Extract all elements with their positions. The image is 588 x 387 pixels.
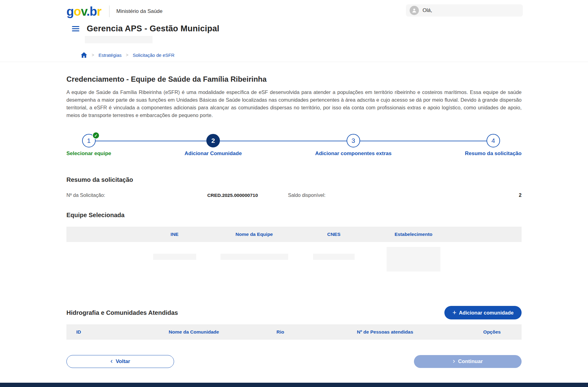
column-header-ine: INE (135, 232, 214, 237)
breadcrumb: > Estratégias > Solicitação de eSFR (81, 52, 522, 58)
divider (109, 6, 109, 17)
chevron-right-icon: > (126, 53, 128, 57)
add-community-button[interactable]: + Adicionar comunidade (444, 306, 522, 319)
column-header-people-served: Nº de Pessoas atendidas (308, 329, 462, 335)
form-actions: ‹ Voltar › Continuar (66, 355, 522, 368)
team-heading: Equipe Selecionada (66, 212, 522, 219)
redacted-subtitle (85, 36, 153, 43)
page-description: A equipe de Saúde da Família Ribeirinha … (66, 88, 522, 119)
continue-label: Continuar (458, 358, 483, 365)
logo-segment: o (74, 5, 81, 18)
breadcrumb-link-estrategias[interactable]: Estratégias (98, 53, 121, 58)
communities-heading: Hidrografia e Comunidades Atendidas (66, 309, 178, 316)
request-number-value: CRED.2025.000000710 (207, 193, 258, 198)
column-header-estabelecimento: Estabelecimento (374, 232, 453, 237)
column-header-id: ID (66, 329, 135, 335)
column-header-options: Opções (463, 329, 522, 335)
greeting-label: Olá, (423, 7, 432, 14)
check-icon: ✓ (92, 132, 100, 139)
balance-value: 2 (519, 193, 522, 198)
step-selecionar-equipe[interactable]: 1 ✓ Selecionar equipe (66, 134, 111, 157)
column-header-nome-equipe: Nome da Equipe (214, 232, 294, 237)
avatar-icon (410, 6, 419, 15)
redacted-ine-value (153, 254, 196, 260)
redacted-establishment-value (387, 247, 440, 272)
app-header: gov.br Ministério da Saúde Olá, Gerencia… (0, 0, 588, 62)
communities-table-header: ID Nome da Comunidade Rio Nº de Pessoas … (66, 324, 522, 340)
page-title: Credenciamento - Equipe de Saúde da Famí… (66, 75, 522, 84)
column-header-cnes: CNES (294, 232, 374, 237)
redacted-team-name-value (220, 254, 288, 260)
step-componentes-extras[interactable]: 3 Adicionar componentes extras (315, 134, 391, 157)
ministry-label: Ministério da Saúde (116, 8, 162, 14)
breadcrumb-link-solicitacao[interactable]: Solicitação de eSFR (133, 53, 174, 58)
step-resumo[interactable]: 4 Resumo da solicitação (465, 134, 522, 157)
main-content: Credenciamento - Equipe de Saúde da Famí… (0, 75, 588, 368)
redacted-cnes-value (313, 254, 355, 260)
home-icon[interactable] (81, 52, 87, 58)
chevron-left-icon: ‹ (110, 358, 113, 366)
team-table-row (66, 242, 522, 288)
summary-row: Nº da Solicitação: CRED.2025.000000710 S… (66, 193, 522, 198)
team-table: INE Nome da Equipe CNES Estabelecimento (66, 227, 522, 288)
user-menu[interactable]: Olá, (406, 4, 523, 17)
wizard-stepper: 1 ✓ Selecionar equipe 2 Adicionar Comuni… (66, 134, 522, 157)
stepper-line (89, 141, 494, 141)
step-label: Adicionar Comunidade (185, 150, 242, 157)
step-circle: 3 (347, 134, 360, 147)
app-title: Gerencia APS - Gestão Municipal (87, 24, 219, 33)
summary-heading: Resumo da solicitação (66, 176, 522, 183)
back-label: Voltar (116, 358, 130, 365)
request-number-label: Nº da Solicitação: (66, 193, 105, 198)
team-table-header: INE Nome da Equipe CNES Estabelecimento (66, 227, 522, 242)
continue-button[interactable]: › Continuar (414, 355, 522, 368)
chevron-right-icon: › (453, 358, 455, 366)
column-header-river: Rio (253, 329, 308, 335)
plus-icon: + (452, 309, 456, 316)
chevron-right-icon: > (92, 53, 94, 57)
step-circle: 4 (487, 134, 500, 147)
add-community-label: Adicionar comunidade (459, 310, 514, 316)
step-label: Resumo da solicitação (465, 150, 522, 157)
back-button[interactable]: ‹ Voltar (66, 355, 174, 368)
menu-icon[interactable] (72, 26, 79, 31)
logo-segment: r (97, 5, 101, 18)
communities-table: ID Nome da Comunidade Rio Nº de Pessoas … (66, 324, 522, 340)
govbr-logo[interactable]: gov.br (66, 5, 101, 18)
step-circle: 2 (206, 134, 220, 147)
column-header-community-name: Nome da Comunidade (135, 329, 253, 335)
logo-segment: v (81, 5, 86, 18)
balance-label: Saldo disponível: (288, 193, 326, 198)
logo-segment: g (66, 5, 74, 18)
step-adicionar-comunidade[interactable]: 2 Adicionar Comunidade (185, 134, 242, 157)
step-label: Selecionar equipe (66, 150, 111, 157)
logo-segment: .b (86, 5, 97, 18)
step-label: Adicionar componentes extras (315, 150, 391, 157)
app-footer: Ministério da Saúde | SAPS 2025 (0, 383, 588, 387)
